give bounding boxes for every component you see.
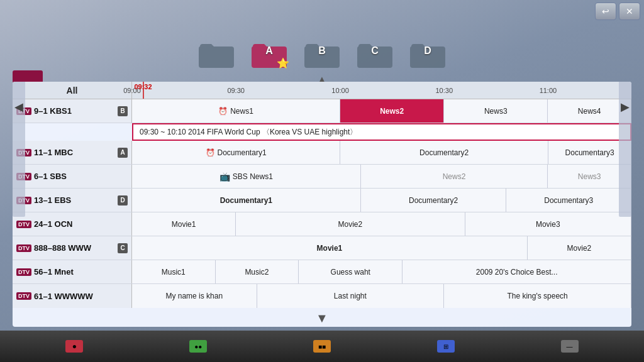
dtv-badge: DTV <box>16 244 31 252</box>
back-button[interactable]: ↩ <box>595 3 616 20</box>
channel-kbs1[interactable]: DTV 9–1 KBS1 B <box>13 99 132 123</box>
program-label: 2009 20's Choice Best... <box>476 268 558 277</box>
blue-dot: ⊞ <box>437 340 455 353</box>
programs-kbs1: ⏰ News1 News2 News3 News4 <box>132 99 631 123</box>
folder-b[interactable]: B <box>301 38 343 70</box>
folder-a-star: ⭐ <box>277 57 289 69</box>
green-icon: ●● <box>194 343 202 350</box>
program-label: Guess waht <box>331 268 370 277</box>
program-cell[interactable]: News2 <box>340 99 444 123</box>
table-row: DTV 13–1 EBS D Documentary1 Documentary2… <box>13 189 631 212</box>
clock-icon: ⏰ <box>218 107 228 116</box>
channel-ocn[interactable]: DTV 24–1 OCN <box>13 212 132 236</box>
program-label: Movie2 <box>338 220 363 229</box>
green-button[interactable]: ●● <box>189 340 207 353</box>
program-cell[interactable]: Movie3 <box>465 212 631 236</box>
scroll-down-arrow[interactable]: ▼ <box>316 311 328 326</box>
program-cell[interactable]: Guess waht <box>299 260 402 283</box>
program-cell[interactable]: Last night <box>257 284 445 308</box>
program-label: Movie1 <box>172 220 196 229</box>
red-dot: ● <box>65 340 83 353</box>
program-label: Documentary2 <box>409 196 458 205</box>
folder-c[interactable]: C <box>353 38 396 70</box>
channel-name: 24–1 OCN <box>34 219 128 229</box>
table-row: DTV 9–1 KBS1 B ⏰ News1 News2 <box>13 99 631 123</box>
bookmark-badge-a: A <box>118 148 128 158</box>
programs-mnet: Music1 Music2 Guess waht 2009 20's Choic… <box>132 260 631 283</box>
channel-name: 13–1 EBS <box>34 195 115 205</box>
tv-icon: 📺 <box>219 172 230 182</box>
yellow-icon: ■■ <box>318 343 326 350</box>
highlight-text: 09:30 ~ 10:10 2014 FIFA World Cup 〈Korea… <box>140 127 357 138</box>
programs-wwwww: My name is khan Last night The king's sp… <box>132 284 631 308</box>
program-cell[interactable]: Movie1 <box>132 236 528 260</box>
blue-button[interactable]: ⊞ <box>437 340 455 353</box>
channel-name: 888–888 WWW <box>34 243 115 253</box>
program-label: My name is khan <box>165 292 223 300</box>
program-cell[interactable]: Movie2 <box>528 236 631 260</box>
folder-a[interactable]: A ⭐ <box>248 38 291 70</box>
bookmark-badge-c: C <box>118 243 128 253</box>
bottom-bar: ● ●● ■■ ⊞ — <box>0 331 644 362</box>
top-bar: ↩ ✕ <box>0 0 644 23</box>
program-cell[interactable]: Documentary2 <box>340 141 548 164</box>
channel-mbc[interactable]: DTV 11–1 MBC A <box>13 141 132 164</box>
channel-name: 61–1 WWWWW <box>34 292 128 301</box>
channel-wwwww[interactable]: DTV 61–1 WWWWW <box>13 284 132 308</box>
program-label: News4 <box>578 107 601 116</box>
red-button[interactable]: ● <box>65 340 83 353</box>
folder-d[interactable]: D <box>406 38 449 70</box>
time-1000: 10:00 <box>331 87 349 94</box>
programs-mbc: ⏰ Documentary1 Documentary2 Documentary3 <box>132 141 631 164</box>
program-label: SBS News1 <box>233 172 273 181</box>
channel-ebs[interactable]: DTV 13–1 EBS D <box>13 189 132 212</box>
program-label: Music2 <box>245 268 269 277</box>
folder-b-label: B <box>318 45 326 57</box>
table-row: DTV 11–1 MBC A ⏰ Documentary1 Documentar… <box>13 141 631 165</box>
program-cell[interactable]: Movie1 <box>132 212 236 236</box>
yellow-dot: ■■ <box>313 340 331 353</box>
channel-sbs[interactable]: DTV 6–1 SBS <box>13 165 132 188</box>
clock-icon: ⏰ <box>206 148 215 157</box>
nav-arrow-right[interactable]: ▶ <box>619 82 631 217</box>
folder-a-label: A <box>265 45 273 57</box>
channel-mnet[interactable]: DTV 56–1 Mnet <box>13 260 132 283</box>
programs-www: Movie1 Movie2 <box>132 236 631 260</box>
program-cell[interactable]: News2 <box>361 165 548 188</box>
program-cell[interactable]: Music2 <box>216 260 299 283</box>
program-highlight[interactable]: 09:30 ~ 10:10 2014 FIFA World Cup 〈Korea… <box>132 123 631 141</box>
close-button[interactable]: ✕ <box>619 3 640 20</box>
program-cell[interactable]: Movie2 <box>236 212 465 236</box>
folder-tabs: A ⭐ B C D <box>0 23 644 73</box>
program-label: Movie2 <box>567 244 592 253</box>
program-cell[interactable]: Documentary1 <box>132 189 361 212</box>
program-cell[interactable]: Documentary2 <box>361 189 507 212</box>
table-row: DTV 6–1 SBS 📺 SBS News1 News2 News3 <box>13 165 631 189</box>
gray-button[interactable]: — <box>561 340 579 353</box>
program-cell[interactable]: Music1 <box>132 260 216 283</box>
program-cell[interactable]: 2009 20's Choice Best... <box>402 260 631 283</box>
channel-name: 56–1 Mnet <box>34 267 128 277</box>
program-label: Movie3 <box>536 220 560 229</box>
green-dot: ●● <box>189 340 207 353</box>
epg-grid-body: DTV 9–1 KBS1 B ⏰ News1 News2 <box>13 99 631 308</box>
program-cell[interactable]: 📺 SBS News1 <box>132 165 361 188</box>
program-cell[interactable]: ⏰ News1 <box>132 99 340 123</box>
epg-grid: All 09:00 09:30 10:00 10:30 11:00 09:32 … <box>13 82 631 327</box>
program-cell[interactable]: The king's speech <box>444 284 631 308</box>
program-cell[interactable]: News3 <box>444 99 548 123</box>
table-row: DTV 24–1 OCN Movie1 Movie2 Movie3 <box>13 212 631 236</box>
program-cell[interactable]: ⏰ Documentary1 <box>132 141 340 164</box>
yellow-button[interactable]: ■■ <box>313 340 331 353</box>
program-label: News2 <box>380 107 404 116</box>
bookmark-badge-b: B <box>118 106 128 116</box>
program-label: News2 <box>443 172 466 181</box>
table-row: DTV 61–1 WWWWW My name is khan Last nigh… <box>13 284 631 308</box>
program-cell[interactable]: Documentary3 <box>506 189 631 212</box>
programs-sbs: 📺 SBS News1 News2 News3 <box>132 165 631 188</box>
nav-arrow-left[interactable]: ◀ <box>13 82 25 217</box>
blue-icon: ⊞ <box>443 343 448 350</box>
program-cell[interactable]: My name is khan <box>132 284 257 308</box>
channel-www[interactable]: DTV 888–888 WWW C <box>13 236 132 260</box>
folder-blank[interactable] <box>195 38 238 70</box>
